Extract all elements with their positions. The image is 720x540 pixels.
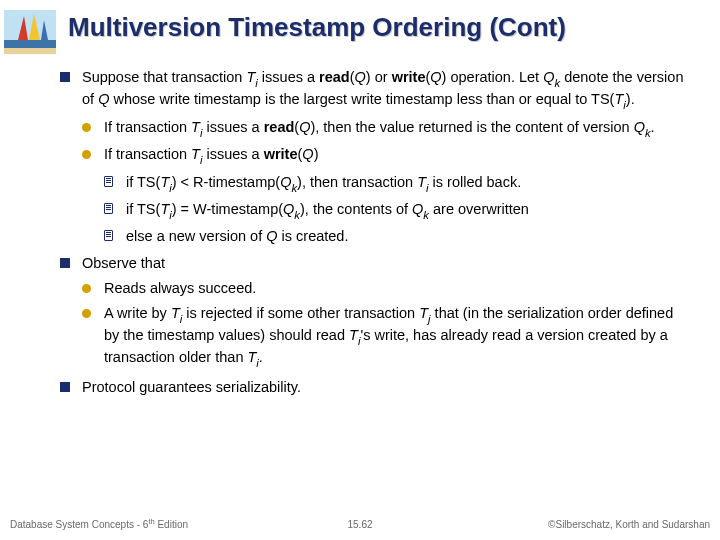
text: else a new version of — [126, 228, 266, 244]
var-T: T — [191, 146, 200, 162]
var-T: T — [171, 305, 180, 321]
text: ), then transaction — [297, 174, 417, 190]
sub-i: i — [256, 357, 259, 369]
bullet-1-2-2: if TS(Ti) = W-timestamp(Qk), the content… — [104, 200, 690, 222]
bullet-2-1: Reads always succeed. — [82, 279, 690, 298]
text: ), the contents of — [300, 201, 412, 217]
var-Q: Q — [355, 69, 366, 85]
sailboat-logo-icon — [4, 10, 56, 54]
var-T: T — [417, 174, 426, 190]
bullet-1-2: If transaction Ti issues a write(Q) — [82, 145, 690, 167]
text: ), then the value returned is the conten… — [310, 119, 633, 135]
text: if TS( — [126, 201, 160, 217]
text: . — [259, 349, 263, 365]
sub-j: j — [428, 313, 431, 325]
svg-rect-1 — [4, 40, 56, 48]
sub-i: i — [169, 182, 172, 194]
sub-i: i — [180, 313, 183, 325]
text: ) or — [366, 69, 392, 85]
sub-k: k — [294, 209, 300, 221]
var-T: T — [614, 91, 623, 107]
slide-body: Suppose that transaction Ti issues a rea… — [60, 68, 690, 403]
text: issues a — [202, 146, 263, 162]
var-Q: Q — [299, 119, 310, 135]
footer-copyright: ©Silberschatz, Korth and Sudarshan — [548, 519, 710, 530]
read-kw: read — [319, 69, 350, 85]
sub-k: k — [423, 209, 429, 221]
bullet-1-2-1: if TS(Ti) < R-timestamp(Qk), then transa… — [104, 173, 690, 195]
var-T: T — [419, 305, 428, 321]
var-Q: Q — [430, 69, 441, 85]
var-T: T — [160, 174, 169, 190]
text: is rejected if some other transaction — [182, 305, 419, 321]
text: ) operation. Let — [442, 69, 544, 85]
var-Q: Q — [98, 91, 109, 107]
sub-i: i — [255, 77, 258, 89]
text: If transaction — [104, 146, 191, 162]
var-Q: Q — [280, 174, 291, 190]
bullet-3: Protocol guarantees serializability. — [60, 378, 690, 397]
var-Q: Q — [543, 69, 554, 85]
text: ) = W-timestamp( — [172, 201, 283, 217]
svg-rect-2 — [4, 48, 56, 54]
text: ) — [314, 146, 319, 162]
text: If transaction — [104, 119, 191, 135]
text: . — [651, 119, 655, 135]
text: issues a — [202, 119, 263, 135]
var-Q: Q — [302, 146, 313, 162]
var-T: T — [191, 119, 200, 135]
bullet-2: Observe that — [60, 254, 690, 273]
var-Q: Q — [634, 119, 645, 135]
var-Q: Q — [283, 201, 294, 217]
bullet-1-2-3: else a new version of Q is created. — [104, 227, 690, 246]
text: ). — [626, 91, 635, 107]
text: is rolled back. — [429, 174, 522, 190]
var-T: T — [246, 69, 255, 85]
sub-i: i — [623, 99, 626, 111]
slide: Multiversion Timestamp Ordering (Cont) S… — [0, 0, 720, 540]
text: Suppose that transaction — [82, 69, 246, 85]
var-T: T — [349, 327, 358, 343]
sub-k: k — [554, 77, 560, 89]
sub-k: k — [645, 127, 651, 139]
text: if TS( — [126, 174, 160, 190]
text: A write by — [104, 305, 171, 321]
bullet-1: Suppose that transaction Ti issues a rea… — [60, 68, 690, 112]
var-Q: Q — [412, 201, 423, 217]
text: are overwritten — [429, 201, 529, 217]
var-T: T — [160, 201, 169, 217]
text: whose write timestamp is the largest wri… — [109, 91, 614, 107]
slide-title: Multiversion Timestamp Ordering (Cont) — [68, 12, 704, 43]
text: is created. — [278, 228, 349, 244]
write-kw: write — [264, 146, 298, 162]
sub-i: i — [426, 182, 429, 194]
text: issues a — [258, 69, 319, 85]
bullet-1-1: If transaction Ti issues a read(Q), then… — [82, 118, 690, 140]
bullet-2-2: A write by Ti is rejected if some other … — [82, 304, 690, 369]
write-kw: write — [392, 69, 426, 85]
var-Q: Q — [266, 228, 277, 244]
sub-i: i — [169, 209, 172, 221]
text: ) < R-timestamp( — [172, 174, 280, 190]
read-kw: read — [264, 119, 295, 135]
sub-k: k — [291, 182, 297, 194]
var-T: T — [247, 349, 256, 365]
